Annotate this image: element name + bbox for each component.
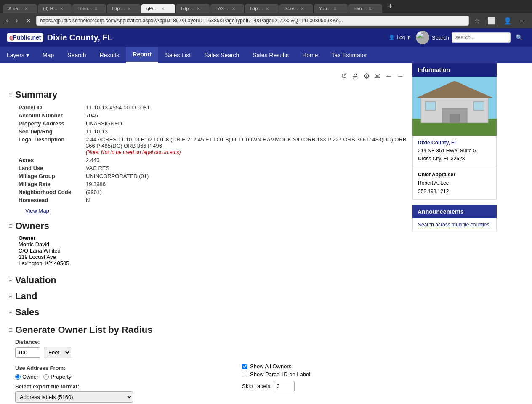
tab-3[interactable]: Than...✕ — [72, 4, 106, 13]
main-wrapper: ↺ 🖨 ⚙ ✉ ← → ⊟ Summary Parcel ID 11-10-13… — [0, 63, 532, 404]
settings-button[interactable]: ⚙ — [363, 72, 370, 81]
show-parcel-id-checkbox[interactable] — [242, 372, 247, 377]
tab-4[interactable]: http:...✕ — [107, 4, 141, 13]
summary-section-header: ⊟ Summary — [8, 89, 404, 100]
menu-button[interactable]: ⋯ — [517, 16, 529, 26]
nav-tax-estimator[interactable]: Tax Estimator — [325, 47, 374, 63]
announcements-content: Search across multiple counties — [412, 218, 497, 231]
table-row: Acres 2.440 — [15, 156, 411, 164]
nav-sales-results[interactable]: Sales Results — [246, 47, 295, 63]
login-button[interactable]: 👤 Log In — [388, 35, 410, 40]
distance-row: Feet Miles — [15, 347, 404, 358]
table-row: Millage Group UNINCORPORATED (01) — [15, 172, 411, 180]
table-row: Homestead N — [15, 196, 411, 204]
owners-toggle[interactable]: ⊟ — [8, 223, 13, 229]
bookmark-button[interactable]: ☆ — [471, 16, 482, 26]
sidebar: Information Dixie Count — [412, 63, 497, 404]
nav-search[interactable]: Search — [61, 47, 93, 63]
skip-labels-label: Skip Labels — [242, 383, 270, 389]
reload-button[interactable]: ✕ — [23, 16, 34, 26]
tab-1[interactable]: Ama...✕ — [3, 4, 37, 13]
right-col: Show All Owners Show Parcel ID on Label … — [242, 361, 335, 391]
property-radio[interactable] — [43, 374, 49, 380]
header-right: 👤 Log In Search 🔍 — [388, 31, 525, 44]
nav-sales-search[interactable]: Sales Search — [197, 47, 246, 63]
nav-sales-list[interactable]: Sales List — [158, 47, 197, 63]
nav-home[interactable]: Home — [295, 47, 325, 63]
skip-labels-row: Skip Labels — [242, 381, 335, 391]
logo-image: qPublic.net — [7, 33, 43, 42]
refresh-button[interactable]: ↺ — [341, 72, 347, 81]
view-map-link[interactable]: View Map — [25, 207, 49, 214]
tab-7[interactable]: TAX ...✕ — [210, 4, 244, 13]
skip-labels-input[interactable] — [274, 381, 295, 391]
nav-layers[interactable]: Layers ▾ — [0, 47, 36, 63]
profile-button[interactable]: 👤 — [501, 16, 514, 26]
svg-rect-7 — [473, 102, 484, 110]
distance-label: Distance: — [15, 339, 404, 345]
appraiser-name: Robert A. Lee — [418, 179, 491, 187]
forward-button[interactable]: › — [13, 16, 20, 25]
nav-results[interactable]: Results — [93, 47, 126, 63]
valuation-toggle[interactable]: ⊟ — [8, 277, 13, 283]
print-button[interactable]: 🖨 — [351, 72, 359, 81]
header-search-area: Search 🔍 — [416, 31, 525, 44]
owner-label: Owner — [19, 235, 404, 241]
header-search-input[interactable] — [452, 32, 511, 43]
sidebar-address: 214 NE 351 HWY, Suite G — [418, 147, 491, 155]
tab-5-active[interactable]: qPu...✕ — [141, 4, 175, 13]
sales-toggle[interactable]: ⊟ — [8, 309, 13, 315]
distance-input[interactable] — [15, 347, 40, 358]
owner-radio-label[interactable]: Owner — [15, 374, 38, 380]
sidebar-county-name: Dixie County, FL — [418, 139, 491, 147]
table-row: Land Use VAC RES — [15, 164, 411, 172]
extensions-button[interactable]: ⬜ — [485, 16, 498, 26]
show-all-owners-checkbox[interactable] — [242, 364, 247, 369]
address-input[interactable] — [36, 16, 469, 26]
nav-map[interactable]: Map — [36, 47, 61, 63]
sales-section-header: ⊟ Sales — [8, 307, 404, 318]
table-row: Account Number 7046 — [15, 112, 411, 120]
nav-report[interactable]: Report — [126, 47, 158, 63]
owner-address1: 119 Locust Ave — [19, 254, 404, 260]
table-row: Neighborhood Code (9901) — [15, 188, 411, 196]
land-toggle[interactable]: ⊟ — [8, 293, 13, 299]
toolbar: ↺ 🖨 ⚙ ✉ ← → — [8, 68, 404, 84]
svg-rect-6 — [425, 102, 436, 110]
header-search-button[interactable]: 🔍 — [513, 32, 525, 43]
radius-toggle[interactable]: ⊟ — [8, 327, 13, 333]
tab-8[interactable]: http:...✕ — [245, 4, 279, 13]
back-button[interactable]: ‹ — [3, 16, 11, 25]
owners-section-header: ⊟ Owners — [8, 221, 404, 231]
tab-10[interactable]: You...✕ — [314, 4, 348, 13]
legal-note: (Note: Not to be used on legal documents… — [86, 149, 181, 155]
tab-11[interactable]: Ban...✕ — [348, 4, 382, 13]
distance-unit-select[interactable]: Feet Miles — [44, 347, 71, 358]
next-button[interactable]: → — [396, 72, 404, 81]
email-button[interactable]: ✉ — [374, 72, 380, 81]
prev-button[interactable]: ← — [385, 72, 392, 81]
summary-toggle[interactable]: ⊟ — [8, 92, 13, 98]
summary-table: Parcel ID 11-10-13-4554-0000-0081 Accoun… — [15, 104, 411, 204]
browser-window: Ama...✕ (3) H...✕ Than...✕ http:...✕ qPu… — [0, 0, 532, 28]
tab-9[interactable]: Scre...✕ — [279, 4, 313, 13]
new-tab-button[interactable]: + — [383, 0, 398, 13]
svg-rect-5 — [450, 114, 460, 123]
owners-content: Owner Morris David C/O Lana Whited 119 L… — [19, 235, 404, 266]
county-name: Dixie County, FL — [47, 33, 112, 43]
valuation-title: Valuation — [15, 275, 56, 286]
address-from-row: Owner Property — [15, 374, 225, 380]
nav-bar: Layers ▾ Map Search Results Report Sales… — [0, 47, 532, 63]
show-all-owners-label[interactable]: Show All Owners — [242, 363, 335, 369]
owner-radio[interactable] — [15, 374, 21, 380]
tab-2[interactable]: (3) H...✕ — [38, 4, 72, 13]
property-radio-label[interactable]: Property — [43, 374, 71, 380]
table-row: Sec/Twp/Rng 11-10-13 — [15, 128, 411, 136]
search-counties-link[interactable]: Search across multiple counties — [418, 222, 489, 228]
table-row: Parcel ID 11-10-13-4554-0000-0081 — [15, 104, 411, 112]
schneider-logo — [416, 31, 429, 44]
export-select[interactable]: Address labels (5160) CSV Excel — [15, 391, 133, 403]
tab-6[interactable]: http:...✕ — [176, 4, 210, 13]
show-parcel-id-label[interactable]: Show Parcel ID on Label — [242, 371, 335, 377]
export-label: Select export file format: — [15, 383, 225, 390]
